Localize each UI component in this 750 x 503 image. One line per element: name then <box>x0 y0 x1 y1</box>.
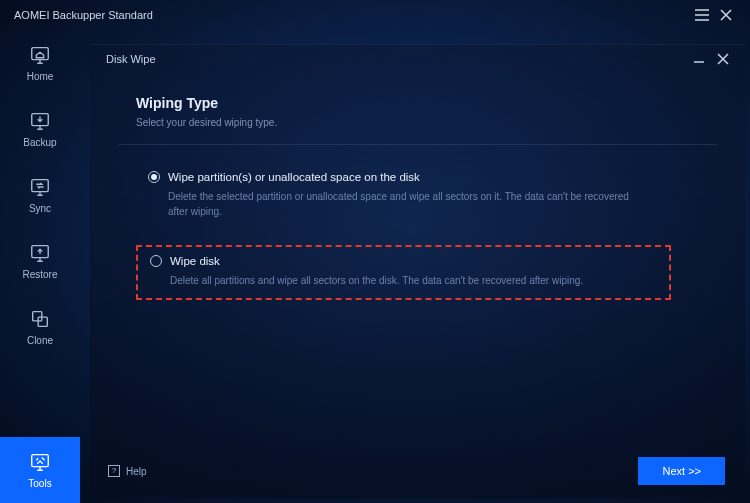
svg-rect-4 <box>33 312 42 321</box>
close-icon[interactable] <box>711 47 735 71</box>
sidebar-item-label: Tools <box>28 478 51 489</box>
sidebar-item-sync[interactable]: Sync <box>0 162 80 228</box>
dialog-footer: ? Help Next >> <box>90 444 745 498</box>
disk-wipe-dialog: Disk Wipe Wiping Type Select your desire… <box>90 44 745 498</box>
clone-icon <box>29 308 51 330</box>
option-label: Wipe partition(s) or unallocated space o… <box>168 171 420 183</box>
sidebar-item-backup[interactable]: Backup <box>0 96 80 162</box>
option-label: Wipe disk <box>170 255 220 267</box>
sidebar: Home Backup Sync Restore Clone <box>0 30 80 503</box>
restore-icon <box>29 242 51 264</box>
menu-icon[interactable] <box>690 3 714 27</box>
sidebar-item-home[interactable]: Home <box>0 30 80 96</box>
radio-icon <box>150 255 162 267</box>
sidebar-item-label: Sync <box>29 203 51 214</box>
section-title: Wiping Type <box>136 95 717 111</box>
option-description: Delete all partitions and wipe all secto… <box>170 273 650 288</box>
close-icon[interactable] <box>714 3 738 27</box>
sidebar-item-label: Backup <box>23 137 56 148</box>
home-icon <box>29 44 51 66</box>
titlebar: AOMEI Backupper Standard <box>0 0 750 30</box>
divider <box>118 144 717 145</box>
section-subtitle: Select your desired wiping type. <box>136 117 717 128</box>
svg-rect-5 <box>38 317 47 326</box>
dialog-header: Disk Wipe <box>90 45 745 73</box>
option-wipe-disk[interactable]: Wipe disk Delete all partitions and wipe… <box>136 245 671 300</box>
help-link[interactable]: ? Help <box>108 465 147 477</box>
sidebar-item-clone[interactable]: Clone <box>0 294 80 360</box>
sync-icon <box>29 176 51 198</box>
option-description: Delete the selected partition or unalloc… <box>168 189 648 219</box>
backup-icon <box>29 110 51 132</box>
radio-icon <box>148 171 160 183</box>
sidebar-item-tools[interactable]: Tools <box>0 437 80 503</box>
sidebar-item-label: Clone <box>27 335 53 346</box>
sidebar-item-label: Restore <box>22 269 57 280</box>
tools-icon <box>29 451 51 473</box>
minimize-icon[interactable] <box>687 47 711 71</box>
help-label: Help <box>126 466 147 477</box>
option-wipe-partition[interactable]: Wipe partition(s) or unallocated space o… <box>136 163 717 229</box>
dialog-title: Disk Wipe <box>106 53 156 65</box>
next-button[interactable]: Next >> <box>638 457 725 485</box>
sidebar-item-label: Home <box>27 71 54 82</box>
svg-rect-2 <box>32 180 49 192</box>
help-icon: ? <box>108 465 120 477</box>
sidebar-item-restore[interactable]: Restore <box>0 228 80 294</box>
app-title: AOMEI Backupper Standard <box>14 9 153 21</box>
